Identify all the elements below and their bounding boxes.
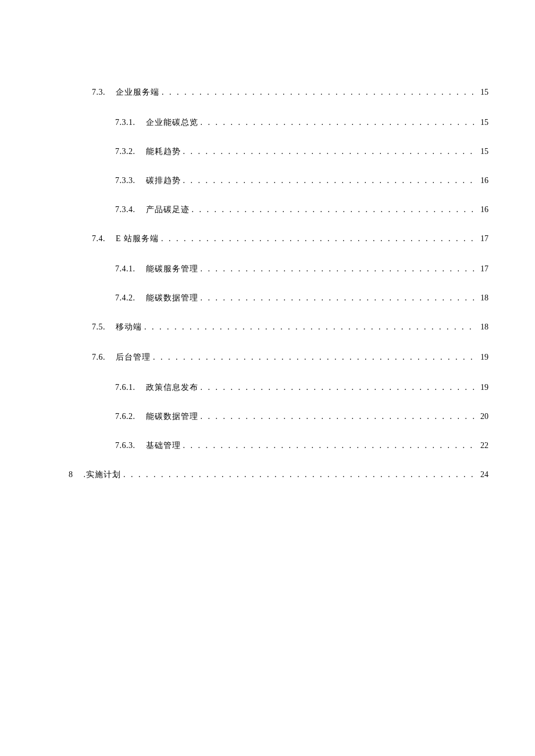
toc-leader-dots <box>123 470 477 479</box>
toc-number: 7.4.1. <box>115 264 135 274</box>
toc-leader-dots <box>162 88 477 97</box>
toc-title: 后台管理 <box>116 352 151 363</box>
toc-entry: 7.3.3.碳排趋势16 <box>69 175 488 186</box>
toc-title: 产品碳足迹 <box>146 205 190 215</box>
toc-page-number: 19 <box>480 383 488 392</box>
toc-page-number: 16 <box>480 176 488 185</box>
toc-title: 企业能碳总览 <box>146 117 198 128</box>
toc-number: 7.6. <box>92 353 105 362</box>
toc-leader-dots <box>161 234 477 243</box>
toc-number: 7.3.3. <box>115 176 135 185</box>
toc-page-number: 18 <box>480 323 488 332</box>
toc-entry: 7.6.后台管理19 <box>69 352 488 363</box>
toc-page-number: 17 <box>480 264 488 274</box>
toc-leader-dots <box>201 118 477 127</box>
toc-entry: 7.3.4.产品碳足迹16 <box>69 205 488 215</box>
toc-leader-dots <box>183 176 477 185</box>
toc-entry: 7.6.1.政策信息发布19 <box>69 382 488 393</box>
toc-number: 7.3. <box>92 88 105 97</box>
toc-title: E 站服务端 <box>116 234 159 244</box>
toc-title: 能碳服务管理 <box>146 264 198 274</box>
toc-leader-dots <box>153 353 477 362</box>
toc-title: 移动端 <box>116 322 142 332</box>
toc-page-number: 15 <box>480 118 488 127</box>
toc-page-number: 17 <box>480 234 488 243</box>
toc-title: 碳排趋势 <box>146 175 181 186</box>
toc-number: 7.4. <box>92 234 105 243</box>
toc-page-number: 15 <box>480 147 488 156</box>
toc-page-number: 19 <box>480 353 488 362</box>
toc-entry: 7.6.3.基础管理22 <box>69 440 488 451</box>
toc-entry: 7.6.2.能碳数据管理20 <box>69 411 488 422</box>
toc-leader-dots <box>201 264 477 274</box>
toc-page-number: 20 <box>480 412 488 421</box>
toc-leader-dots <box>201 383 477 392</box>
toc-number: 7.3.2. <box>115 147 135 156</box>
toc-entry: 7.3.企业服务端15 <box>69 87 488 98</box>
toc-title: .实施计划 <box>84 470 122 480</box>
toc-title: 能耗趋势 <box>146 146 181 157</box>
toc-number: 7.5. <box>92 323 105 332</box>
toc-page-number: 24 <box>480 470 488 479</box>
toc-title: 能碳数据管理 <box>146 293 198 303</box>
toc-page-number: 15 <box>480 88 488 97</box>
toc-leader-dots <box>192 205 477 214</box>
toc-number: 8 <box>69 470 73 479</box>
toc-entry: 8.实施计划24 <box>69 470 488 480</box>
toc-entry: 7.5.移动端18 <box>69 322 488 332</box>
table-of-contents: 7.3.企业服务端157.3.1.企业能碳总览157.3.2.能耗趋势157.3… <box>69 87 488 480</box>
toc-title: 企业服务端 <box>116 87 159 98</box>
toc-number: 7.4.2. <box>115 293 135 303</box>
toc-entry: 7.3.1.企业能碳总览15 <box>69 117 488 128</box>
toc-entry: 7.4.1.能碳服务管理17 <box>69 264 488 274</box>
toc-title: 能碳数据管理 <box>146 411 198 422</box>
toc-page-number: 16 <box>480 205 488 214</box>
toc-number: 7.6.1. <box>115 383 135 392</box>
toc-number: 7.6.2. <box>115 412 135 421</box>
toc-number: 7.6.3. <box>115 441 135 450</box>
toc-leader-dots <box>201 293 477 303</box>
toc-page-number: 18 <box>480 293 488 303</box>
toc-page-number: 22 <box>480 441 488 450</box>
toc-entry: 7.4.2.能碳数据管理18 <box>69 293 488 303</box>
toc-leader-dots <box>144 323 477 332</box>
toc-leader-dots <box>183 147 477 156</box>
toc-title: 政策信息发布 <box>146 382 198 393</box>
toc-entry: 7.4.E 站服务端17 <box>69 234 488 244</box>
toc-number: 7.3.1. <box>115 118 135 127</box>
toc-title: 基础管理 <box>146 440 181 451</box>
toc-leader-dots <box>183 441 477 450</box>
toc-number: 7.3.4. <box>115 205 135 214</box>
toc-leader-dots <box>201 412 477 421</box>
toc-entry: 7.3.2.能耗趋势15 <box>69 146 488 157</box>
